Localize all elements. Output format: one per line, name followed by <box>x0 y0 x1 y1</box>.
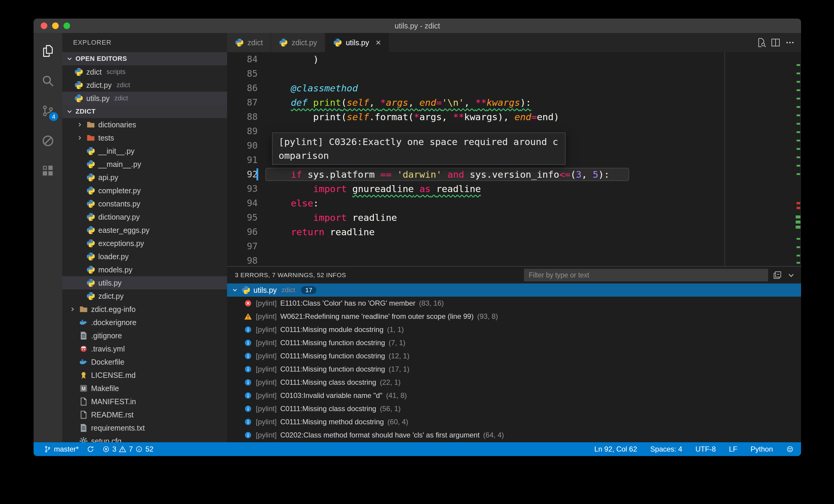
tree-item-README.rst[interactable]: README.rst <box>62 408 227 421</box>
tree-item-tests[interactable]: tests <box>62 131 227 145</box>
problems-file-group[interactable]: utils.py zdict 17 <box>227 283 801 297</box>
open-editor-zdict[interactable]: zdictscripts <box>62 65 227 79</box>
tree-item-utils.py[interactable]: utils.py <box>62 276 227 289</box>
tree-item-requirements.txt[interactable]: requirements.txt <box>62 421 227 435</box>
encoding-status[interactable]: UTF-8 <box>695 445 716 453</box>
line-number: 92 <box>227 167 261 181</box>
close-tab-button[interactable]: × <box>376 38 381 47</box>
problem-row-info[interactable]: [pylint]C0111:Missing function docstring… <box>227 349 801 363</box>
code-line-93[interactable]: 93 import gnureadline as readline <box>227 181 801 196</box>
minimize-window-button[interactable] <box>52 22 59 29</box>
code-editor[interactable]: 84 )8586 @classmethod87 def print(self, … <box>227 52 801 266</box>
tree-item-api.py[interactable]: api.py <box>62 171 227 184</box>
activity-debug-button[interactable] <box>34 126 62 156</box>
problem-row-info[interactable]: [pylint]C0103:Invalid variable name "d"(… <box>227 389 801 402</box>
file-name: README.rst <box>91 411 134 419</box>
python-icon <box>333 38 342 47</box>
close-panel-chevron-icon[interactable] <box>787 270 796 280</box>
tree-item-zdict.egg-info[interactable]: zdict.egg-info <box>62 303 227 316</box>
tree-item-easter_eggs.py[interactable]: easter_eggs.py <box>62 223 227 237</box>
code-line-98[interactable]: 98 <box>227 254 801 266</box>
code-line-92[interactable]: 92 if sys.platform == 'darwin' and sys.v… <box>227 167 801 181</box>
activity-explorer-button[interactable] <box>34 36 62 66</box>
language-mode-status[interactable]: Python <box>750 445 773 453</box>
more-actions-icon[interactable] <box>785 38 795 48</box>
tree-item-.travis.yml[interactable]: .travis.yml <box>62 342 227 355</box>
problem-row-info[interactable]: [pylint]C0111:Missing class docstring(56… <box>227 402 801 415</box>
tree-item-__init__.py[interactable]: __init__.py <box>62 145 227 158</box>
file-name: Makefile <box>91 384 119 393</box>
code-line-88[interactable]: 88 print(self.format(*args, **kwargs), e… <box>227 110 801 124</box>
overview-mark <box>796 255 800 257</box>
tree-item-.dockerignore[interactable]: .dockerignore <box>62 316 227 329</box>
problem-row-info[interactable]: [pylint]C0111:Missing function docstring… <box>227 363 801 376</box>
tree-item-completer.py[interactable]: completer.py <box>62 184 227 197</box>
tab-label: utils.py <box>346 38 369 47</box>
eol-status[interactable]: LF <box>729 445 737 453</box>
problems-filter-input[interactable] <box>524 269 768 281</box>
tree-item-exceptions.py[interactable]: exceptions.py <box>62 237 227 250</box>
open-preview-icon[interactable] <box>756 38 766 48</box>
titlebar[interactable]: utils.py - zdict <box>34 19 801 33</box>
problem-position: (60, 4) <box>387 418 408 426</box>
tab-zdict.py[interactable]: zdict.py <box>271 33 325 52</box>
code-text: import gnureadline as readline <box>261 181 481 196</box>
problem-row-info[interactable]: [pylint]C0111:Missing module docstring(1… <box>227 323 801 336</box>
code-line-85[interactable]: 85 <box>227 67 801 81</box>
activity-source-control-button[interactable]: 4 <box>34 96 62 126</box>
code-line-94[interactable]: 94 else: <box>227 196 801 210</box>
split-editor-icon[interactable] <box>770 38 781 48</box>
warning-icon <box>244 312 252 321</box>
code-line-84[interactable]: 84 ) <box>227 52 801 67</box>
open-editor-utils.py[interactable]: utils.pyzdict <box>62 92 227 105</box>
tree-item-Dockerfile[interactable]: Dockerfile <box>62 355 227 369</box>
activity-extensions-button[interactable] <box>34 156 62 186</box>
problem-row-info[interactable]: [pylint]C0202:Class method format should… <box>227 429 801 442</box>
tree-root-header[interactable]: ZDICT <box>62 105 227 118</box>
zoom-window-button[interactable] <box>64 22 70 29</box>
tree-item-models.py[interactable]: models.py <box>62 263 227 276</box>
code-line-87[interactable]: 87 def print(self, *args, end='\n', **kw… <box>227 95 801 110</box>
overview-ruler[interactable] <box>795 52 801 266</box>
error-icon <box>244 299 252 307</box>
tree-item-dictionary.py[interactable]: dictionary.py <box>62 210 227 223</box>
tab-utils.py[interactable]: utils.py× <box>325 33 389 52</box>
problem-row-error[interactable]: [pylint]E1101:Class 'Color' has no 'ORG'… <box>227 297 801 310</box>
tree-item-setup.cfg[interactable]: setup.cfg <box>62 435 227 442</box>
tree-item-loader.py[interactable]: loader.py <box>62 250 227 263</box>
problem-row-warning[interactable]: [pylint]W0621:Redefining name 'readline'… <box>227 310 801 323</box>
feedback-smiley-icon[interactable] <box>786 445 794 453</box>
sync-status[interactable] <box>87 445 94 453</box>
problem-row-info[interactable]: [pylint]C0111:Missing method docstring(6… <box>227 415 801 429</box>
tree-item-Makefile[interactable]: MMakefile <box>62 382 227 395</box>
tree-item-__main__.py[interactable]: __main__.py <box>62 158 227 171</box>
problem-row-info[interactable]: [pylint]C0111:Missing function docstring… <box>227 336 801 349</box>
line-number: 85 <box>227 67 261 81</box>
tree-item-constants.py[interactable]: constants.py <box>62 197 227 210</box>
code-line-97[interactable]: 97 <box>227 239 801 254</box>
tree-item-zdict.py[interactable]: zdict.py <box>62 289 227 303</box>
scm-branch-status[interactable]: master* <box>44 445 79 453</box>
code-text <box>261 67 268 81</box>
tree-item-.gitignore[interactable]: .gitignore <box>62 329 227 342</box>
open-editor-zdict.py[interactable]: zdict.pyzdict <box>62 79 227 92</box>
open-editors-header[interactable]: OPEN EDITORS <box>62 52 227 65</box>
problem-position: (12, 1) <box>389 352 409 360</box>
code-line-96[interactable]: 96 return readline <box>227 225 801 239</box>
collapse-all-icon[interactable] <box>773 270 782 280</box>
code-line-95[interactable]: 95 import readline <box>227 210 801 225</box>
activity-search-button[interactable] <box>34 66 62 96</box>
problem-message: C0111:Missing function docstring <box>280 338 385 347</box>
tree-item-dictionaries[interactable]: dictionaries <box>62 118 227 131</box>
cursor-position-status[interactable]: Ln 92, Col 62 <box>594 445 637 453</box>
overview-mark <box>796 64 800 66</box>
tree-item-LICENSE.md[interactable]: LICENSE.md <box>62 369 227 382</box>
indentation-status[interactable]: Spaces: 4 <box>650 445 682 453</box>
problems-status[interactable]: 3 7 52 <box>102 445 153 453</box>
tab-zdict[interactable]: zdict <box>227 33 271 52</box>
close-window-button[interactable] <box>41 22 47 29</box>
problem-row-info[interactable]: [pylint]C0111:Missing class docstring(22… <box>227 376 801 389</box>
tree-item-MANIFEST.in[interactable]: MANIFEST.in <box>62 395 227 408</box>
code-line-86[interactable]: 86 @classmethod <box>227 81 801 95</box>
code-text <box>261 124 268 138</box>
